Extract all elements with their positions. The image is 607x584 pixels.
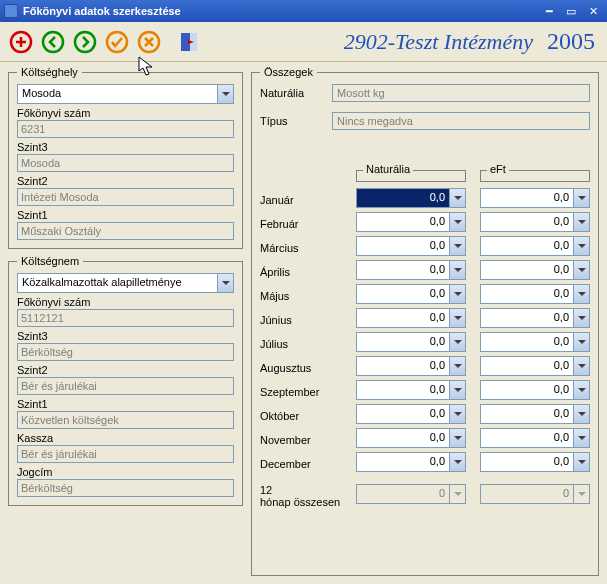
month-label: Augusztus [260, 356, 342, 380]
naturalia-value: Mosott kg [332, 84, 590, 102]
naturalia-cell[interactable]: 0,0 [356, 380, 466, 400]
chevron-down-icon[interactable] [573, 405, 589, 423]
month-label: November [260, 428, 342, 452]
month-label: Június [260, 308, 342, 332]
kn-szint1-label: Szint1 [17, 398, 234, 410]
eft-cell[interactable]: 0,0 [480, 212, 590, 232]
kn-szint3-label: Szint3 [17, 330, 234, 342]
chevron-down-icon[interactable] [573, 381, 589, 399]
naturalia-cell[interactable]: 0,0 [356, 428, 466, 448]
total-label: 12hónap összesen [260, 484, 342, 508]
month-label: Március [260, 236, 342, 260]
col-naturalia-head: Naturália [356, 170, 466, 182]
kh-szint3-field [17, 154, 234, 172]
chevron-down-icon[interactable] [573, 333, 589, 351]
chevron-down-icon[interactable] [573, 453, 589, 471]
naturalia-cell[interactable]: 0,0 [356, 452, 466, 472]
kn-szint3-field [17, 343, 234, 361]
chevron-down-icon[interactable] [449, 213, 465, 231]
chevron-down-icon[interactable] [449, 381, 465, 399]
kh-fokonyvi-label: Főkönyvi szám [17, 107, 234, 119]
month-label: Szeptember [260, 380, 342, 404]
chevron-down-icon[interactable] [573, 309, 589, 327]
koltseghely-combo[interactable]: Mosoda [17, 84, 234, 104]
chevron-down-icon[interactable] [573, 237, 589, 255]
eft-cell[interactable]: 0,0 [480, 356, 590, 376]
naturalia-cell[interactable]: 0,0 [356, 308, 466, 328]
chevron-down-icon[interactable] [449, 453, 465, 471]
eft-cell[interactable]: 0,0 [480, 260, 590, 280]
naturalia-cell[interactable]: 0,0 [356, 284, 466, 304]
chevron-down-icon[interactable] [449, 237, 465, 255]
year-label: 2005 [547, 28, 595, 55]
kh-szint2-label: Szint2 [17, 175, 234, 187]
chevron-down-icon[interactable] [573, 261, 589, 279]
tipus-label: Típus [260, 115, 332, 127]
month-label: Január [260, 188, 342, 212]
chevron-down-icon[interactable] [449, 261, 465, 279]
chevron-down-icon[interactable] [573, 429, 589, 447]
naturalia-cell[interactable]: 0,0 [356, 212, 466, 232]
koltseghely-group: Költséghely Mosoda Főkönyvi szám Szint3 … [8, 66, 243, 249]
total-naturalia-cell: 0 [356, 484, 466, 504]
naturalia-cell[interactable]: 0,0 [356, 404, 466, 424]
eft-cell[interactable]: 0,0 [480, 308, 590, 328]
tipus-value: Nincs megadva [332, 112, 590, 130]
chevron-down-icon[interactable] [573, 213, 589, 231]
naturalia-cell[interactable]: 0,0 [356, 188, 466, 208]
eft-cell[interactable]: 0,0 [480, 188, 590, 208]
naturalia-cell[interactable]: 0,0 [356, 260, 466, 280]
kn-kassza-field [17, 445, 234, 463]
total-eft-cell: 0 [480, 484, 590, 504]
koltseghely-combo-value: Mosoda [18, 85, 217, 103]
eft-cell[interactable]: 0,0 [480, 332, 590, 352]
naturalia-cell[interactable]: 0,0 [356, 356, 466, 376]
osszegek-legend: Összegek [260, 66, 317, 78]
eft-cell[interactable]: 0,0 [480, 452, 590, 472]
chevron-down-icon[interactable] [217, 274, 233, 292]
naturalia-cell[interactable]: 0,0 [356, 236, 466, 256]
titlebar: Főkönyvi adatok szerkesztése ━ ▭ ✕ [0, 0, 607, 22]
exit-button[interactable] [176, 29, 202, 55]
kh-fokonyvi-field [17, 120, 234, 138]
kn-fokonyvi-label: Főkönyvi szám [17, 296, 234, 308]
month-label: Április [260, 260, 342, 284]
prev-button[interactable] [40, 29, 66, 55]
kn-jogcim-label: Jogcím [17, 466, 234, 478]
chevron-down-icon[interactable] [217, 85, 233, 103]
svg-point-1 [43, 32, 63, 52]
ok-button[interactable] [104, 29, 130, 55]
naturalia-cell[interactable]: 0,0 [356, 332, 466, 352]
minimize-button[interactable]: ━ [539, 3, 559, 19]
close-button[interactable]: ✕ [583, 3, 603, 19]
chevron-down-icon[interactable] [449, 285, 465, 303]
chevron-down-icon[interactable] [449, 357, 465, 375]
kh-szint1-field [17, 222, 234, 240]
cancel-button[interactable] [136, 29, 162, 55]
eft-cell[interactable]: 0,0 [480, 236, 590, 256]
next-button[interactable] [72, 29, 98, 55]
eft-cell[interactable]: 0,0 [480, 428, 590, 448]
kn-fokonyvi-field [17, 309, 234, 327]
chevron-down-icon[interactable] [449, 189, 465, 207]
eft-cell[interactable]: 0,0 [480, 404, 590, 424]
eft-cell[interactable]: 0,0 [480, 380, 590, 400]
chevron-down-icon[interactable] [449, 405, 465, 423]
chevron-down-icon[interactable] [573, 285, 589, 303]
month-label: December [260, 452, 342, 476]
maximize-button[interactable]: ▭ [561, 3, 581, 19]
koltsegnem-combo[interactable]: Közalkalmazottak alapilletménye [17, 273, 234, 293]
chevron-down-icon[interactable] [449, 429, 465, 447]
chevron-down-icon[interactable] [573, 357, 589, 375]
kn-szint2-field [17, 377, 234, 395]
chevron-down-icon[interactable] [573, 189, 589, 207]
app-icon [4, 4, 18, 18]
kh-szint1-label: Szint1 [17, 209, 234, 221]
add-button[interactable] [8, 29, 34, 55]
kn-kassza-label: Kassza [17, 432, 234, 444]
kh-szint2-field [17, 188, 234, 206]
chevron-down-icon[interactable] [449, 333, 465, 351]
koltsegnem-legend: Költségnem [17, 255, 83, 267]
chevron-down-icon[interactable] [449, 309, 465, 327]
eft-cell[interactable]: 0,0 [480, 284, 590, 304]
